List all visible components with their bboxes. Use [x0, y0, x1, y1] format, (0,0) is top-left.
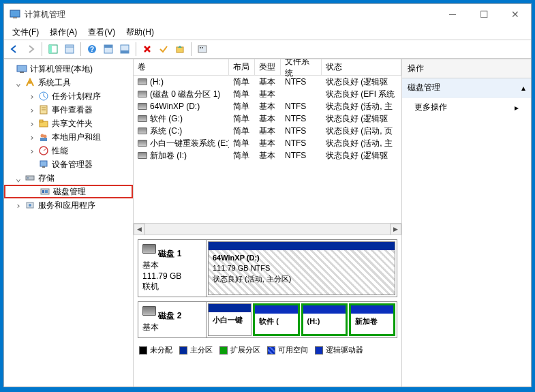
hscrollbar[interactable]: ◀ ▶	[134, 223, 401, 235]
actions-group[interactable]: 磁盘管理 ▴	[402, 78, 531, 97]
svg-rect-1	[13, 17, 17, 18]
tree-localusers[interactable]: ›本地用户和组	[4, 130, 133, 144]
col-layout[interactable]: 布局	[229, 59, 255, 75]
view-top-button[interactable]	[101, 42, 116, 57]
close-button[interactable]: ✕	[500, 4, 531, 25]
menubar: 文件(F) 操作(A) 查看(V) 帮助(H)	[4, 25, 531, 40]
table-row[interactable]: 64WinXP (D:)简单基本NTFS状态良好 (活动, 主	[134, 100, 401, 112]
disk-meta-1: 磁盘 1 基本 111.79 GB 联机	[138, 240, 207, 297]
col-volume[interactable]: 卷	[134, 59, 229, 75]
svg-point-26	[44, 135, 47, 138]
back-button[interactable]	[7, 42, 22, 57]
tree-devmgr[interactable]: 设备管理器	[4, 157, 133, 171]
partition-d2-1[interactable]: 小白一键	[208, 303, 251, 336]
up-button[interactable]	[172, 42, 187, 57]
menu-view[interactable]: 查看(V)	[82, 25, 121, 40]
table-row[interactable]: 新加卷 (I:)简单基本NTFS状态良好 (逻辑驱	[134, 149, 401, 162]
minimize-button[interactable]: ─	[437, 4, 468, 25]
actions-header: 操作	[402, 59, 531, 78]
table-row[interactable]: 系统 (C:)简单基本NTFS状态良好 (启动, 页	[134, 125, 401, 137]
tree-eventviewer[interactable]: ›事件查看器	[4, 103, 133, 117]
disk-graph: 磁盘 1 基本 111.79 GB 联机 64WinXP (D:) 111.79…	[134, 235, 401, 387]
volume-icon	[138, 115, 147, 122]
tree-systools[interactable]: ⌄系统工具	[4, 76, 133, 89]
check-button[interactable]	[156, 42, 171, 57]
svg-rect-13	[198, 46, 207, 52]
svg-rect-15	[202, 47, 203, 48]
nav-tree: 计算机管理(本地) ⌄系统工具 ›任务计划程序 ›事件查看器 ›共享文件夹 ›本…	[4, 59, 134, 387]
scroll-left-button[interactable]: ◀	[134, 224, 145, 235]
properties-button[interactable]	[62, 42, 77, 57]
svg-rect-17	[20, 72, 24, 73]
col-fs[interactable]: 文件系统	[281, 59, 322, 75]
col-status[interactable]: 状态	[322, 59, 401, 75]
menu-file[interactable]: 文件(F)	[7, 25, 44, 40]
disk-row-1[interactable]: 磁盘 1 基本 111.79 GB 联机 64WinXP (D:) 111.79…	[138, 239, 397, 297]
svg-point-18	[29, 81, 31, 84]
disk-icon	[142, 244, 156, 254]
help-button[interactable]: ?	[85, 42, 100, 57]
menu-help[interactable]: 帮助(H)	[121, 25, 159, 40]
disk-row-2[interactable]: 磁盘 2 基本 小白一键 软件 ( (H:) 新加卷	[138, 301, 397, 338]
svg-rect-12	[177, 47, 183, 52]
tree-storage[interactable]: ⌄存储	[4, 171, 133, 185]
tree-perf[interactable]: ›性能	[4, 144, 133, 157]
svg-rect-31	[26, 176, 34, 180]
tree-diskmgmt[interactable]: 磁盘管理	[4, 185, 133, 198]
volume-icon	[138, 152, 147, 159]
tree-root[interactable]: 计算机管理(本地)	[4, 62, 133, 76]
maximize-button[interactable]: ☐	[468, 4, 500, 25]
volume-icon	[138, 103, 147, 110]
svg-rect-34	[42, 190, 44, 193]
legend: 未分配 主分区 扩展分区 可用空间 逻辑驱动器	[138, 342, 397, 358]
tree-services[interactable]: ›服务和应用程序	[4, 198, 133, 212]
collapse-icon: ▴	[521, 83, 525, 93]
svg-rect-0	[10, 10, 20, 17]
svg-rect-9	[104, 45, 112, 48]
svg-rect-24	[40, 120, 43, 122]
main-window: 计算机管理 ─ ☐ ✕ 文件(F) 操作(A) 查看(V) 帮助(H) ? 计算…	[3, 3, 532, 387]
view-bottom-button[interactable]	[117, 42, 132, 57]
disk-icon	[142, 306, 156, 316]
titlebar: 计算机管理 ─ ☐ ✕	[4, 4, 531, 25]
svg-rect-35	[45, 190, 48, 193]
disk-meta-2: 磁盘 2 基本	[138, 302, 207, 337]
svg-point-32	[27, 177, 29, 179]
svg-rect-29	[40, 161, 47, 166]
svg-point-37	[29, 204, 31, 207]
menu-action[interactable]: 操作(A)	[44, 25, 82, 40]
table-row[interactable]: 软件 (G:)简单基本NTFS状态良好 (逻辑驱	[134, 112, 401, 125]
volume-icon	[138, 78, 147, 85]
table-row[interactable]: 小白一键重装系统 (E:)简单基本NTFS状态良好 (活动, 主	[134, 137, 401, 149]
svg-rect-4	[65, 45, 74, 53]
table-row[interactable]: (磁盘 0 磁盘分区 1)简单基本状态良好 (EFI 系统	[134, 88, 401, 100]
partition-d2-2[interactable]: 软件 (	[253, 303, 299, 336]
table-row[interactable]: (H:)简单基本NTFS状态良好 (逻辑驱	[134, 76, 401, 88]
col-type[interactable]: 类型	[255, 59, 281, 75]
partition-d2-3[interactable]: (H:)	[301, 303, 348, 336]
svg-rect-11	[121, 50, 129, 53]
center-pane: 卷 布局 类型 文件系统 状态 (H:)简单基本NTFS状态良好 (逻辑驱(磁盘…	[134, 59, 401, 387]
actions-pane: 操作 磁盘管理 ▴ 更多操作 ▸	[401, 59, 531, 387]
delete-button[interactable]	[140, 42, 155, 57]
forward-button[interactable]	[23, 42, 38, 57]
window-title: 计算机管理	[25, 9, 437, 20]
app-icon	[10, 9, 20, 20]
scroll-right-button[interactable]: ▶	[390, 224, 401, 235]
action-more[interactable]: 更多操作 ▸	[402, 97, 531, 117]
svg-rect-14	[200, 47, 201, 48]
volume-list-header: 卷 布局 类型 文件系统 状态	[134, 59, 401, 76]
partition-d1-1[interactable]: 64WinXP (D:) 111.79 GB NTFS 状态良好 (活动, 主分…	[208, 241, 395, 295]
volume-list: 卷 布局 类型 文件系统 状态 (H:)简单基本NTFS状态良好 (逻辑驱(磁盘…	[134, 59, 401, 235]
tree-sharedfolders[interactable]: ›共享文件夹	[4, 117, 133, 130]
chevron-right-icon: ▸	[515, 103, 519, 112]
partition-d2-4[interactable]: 新加卷	[349, 303, 395, 336]
svg-rect-16	[17, 65, 27, 72]
svg-rect-30	[42, 166, 45, 168]
toolbar: ?	[4, 40, 531, 59]
settings-button[interactable]	[195, 42, 210, 57]
volume-icon	[138, 127, 147, 134]
show-hide-button[interactable]	[46, 42, 61, 57]
svg-rect-3	[49, 45, 52, 53]
tree-tasksched[interactable]: ›任务计划程序	[4, 89, 133, 103]
